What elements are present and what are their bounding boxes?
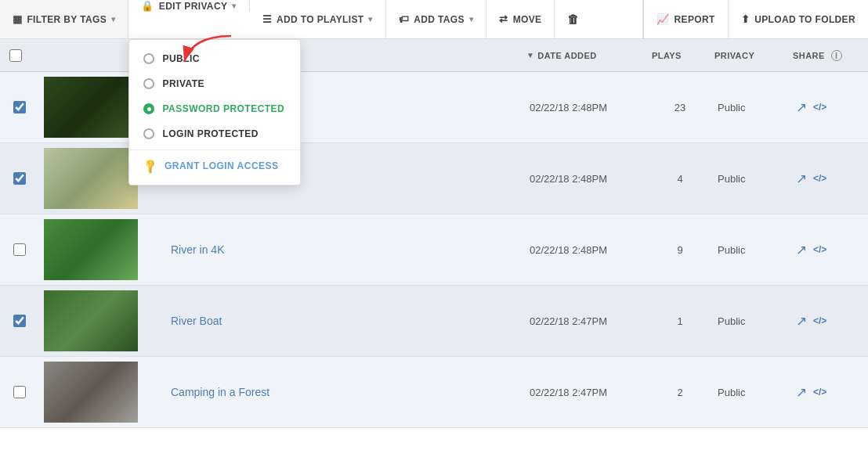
radio-private: [143, 78, 154, 89]
embed-icon[interactable]: </>: [813, 102, 826, 113]
report-button[interactable]: 📈 Report: [643, 0, 729, 38]
date-header-label: Date Added: [537, 51, 596, 60]
add-to-playlist-label: Add to Playlist: [277, 14, 363, 25]
embed-icon[interactable]: </>: [813, 244, 826, 255]
playlist-icon: ☰: [262, 13, 272, 25]
embed-icon[interactable]: </>: [813, 315, 826, 326]
chevron-down-icon: ▾: [232, 2, 236, 10]
filter-by-tags-button[interactable]: ▦ Filter by Tags ▾: [0, 0, 128, 38]
row1-plays-text: 23: [675, 102, 685, 113]
row4-plays-text: 1: [677, 315, 682, 327]
share-icon[interactable]: ↗: [796, 313, 807, 329]
select-all-checkbox[interactable]: [9, 49, 22, 62]
move-button[interactable]: ⇄ Move: [486, 0, 555, 38]
table-row: River in 4K 02/22/18 2:48PM 9 Public ↗ <…: [0, 214, 868, 286]
row4-title: River Boat: [165, 308, 523, 333]
row4-privacy-text: Public: [718, 315, 745, 327]
row5-checkbox[interactable]: [13, 386, 26, 398]
privacy-option-login[interactable]: LOGIN PROTECTED: [129, 121, 300, 146]
share-icon[interactable]: ↗: [796, 99, 807, 116]
row4-date: 02/22/18 2:47PM: [523, 309, 649, 333]
row4-thumb: [39, 286, 165, 356]
row5-title-link[interactable]: Camping in a Forest: [171, 386, 269, 398]
privacy-option-password[interactable]: PASSWORD PROTECTED: [129, 96, 300, 121]
th-share: Share i: [787, 50, 865, 61]
edit-privacy-container: 🔒 Edit Privacy ▾: [128, 0, 249, 38]
row5-date-text: 02/22/18 2:47PM: [530, 387, 607, 398]
embed-icon[interactable]: </>: [813, 173, 826, 184]
privacy-header-label: Privacy: [714, 51, 754, 60]
row3-check: [0, 237, 39, 262]
row4-thumbnail: [44, 290, 138, 351]
add-to-playlist-button[interactable]: ☰ Add to Playlist ▾: [250, 0, 386, 38]
embed-icon[interactable]: </>: [813, 387, 826, 398]
radio-login: [143, 128, 154, 139]
row1-date: 02/22/18 2:48PM: [523, 95, 649, 120]
toolbar-left: ▦ Filter by Tags ▾ 🔒 Edit Privacy ▾: [0, 0, 642, 38]
privacy-password-label: PASSWORD PROTECTED: [162, 103, 284, 114]
th-date: ▼ Date Added: [520, 51, 646, 60]
trash-icon: 🗑: [567, 13, 579, 26]
lock-icon: 🔒: [141, 0, 154, 12]
edit-privacy-dropdown: PUBLIC PRIVATE PASSWORD PROTECTED LOGIN …: [128, 39, 301, 185]
share-icon[interactable]: ↗: [796, 384, 807, 401]
report-label: Report: [675, 14, 715, 25]
row2-plays-text: 4: [677, 173, 682, 185]
row3-thumbnail: [44, 219, 138, 280]
row4-privacy: Public: [711, 309, 790, 333]
upload-label: Upload to Folder: [754, 14, 855, 25]
share-header-label: Share: [793, 51, 825, 60]
edit-privacy-button[interactable]: 🔒 Edit Privacy ▾: [128, 0, 249, 12]
row1-check: [0, 95, 39, 120]
row2-privacy: Public: [711, 167, 790, 191]
row5-plays: 2: [649, 380, 711, 405]
chevron-down-icon: ▾: [469, 15, 473, 23]
row1-checkbox[interactable]: [13, 101, 26, 113]
move-icon: ⇄: [499, 13, 508, 25]
row1-plays: 23: [649, 95, 711, 120]
tag-icon: 🏷: [399, 13, 409, 25]
row3-title-link[interactable]: River in 4K: [171, 243, 224, 256]
add-tags-button[interactable]: 🏷 Add Tags ▾: [386, 0, 486, 38]
sort-arrow-icon: ▼: [526, 51, 534, 59]
row2-check: [0, 166, 39, 191]
row4-date-text: 02/22/18 2:47PM: [530, 315, 607, 327]
row5-privacy: Public: [711, 380, 790, 405]
upload-icon: ⬆: [741, 13, 750, 25]
row3-checkbox[interactable]: [13, 243, 26, 256]
radio-public: [143, 53, 154, 64]
th-check: [3, 49, 42, 62]
share-icon[interactable]: ↗: [796, 242, 807, 258]
privacy-public-label: PUBLIC: [162, 53, 200, 64]
row5-date: 02/22/18 2:47PM: [523, 380, 649, 405]
row4-checkbox[interactable]: [13, 315, 26, 327]
toolbar-right: 📈 Report ⬆ Upload to Folder: [642, 0, 868, 38]
delete-button[interactable]: 🗑: [555, 0, 591, 38]
row1-date-text: 02/22/18 2:48PM: [530, 102, 607, 113]
privacy-option-public[interactable]: PUBLIC: [129, 46, 300, 71]
key-icon: 🔑: [142, 157, 159, 174]
chevron-down-icon: ▾: [368, 15, 372, 23]
row1-privacy-text: Public: [718, 102, 745, 113]
filter-btn-label: Filter by Tags: [27, 14, 107, 25]
row3-plays: 9: [649, 238, 711, 262]
row2-date: 02/22/18 2:48PM: [523, 167, 649, 191]
row5-share: ↗ </>: [790, 378, 868, 407]
row1-thumbnail: [44, 77, 138, 138]
upload-to-folder-button[interactable]: ⬆ Upload to Folder: [729, 0, 868, 38]
row3-plays-text: 9: [677, 244, 682, 256]
radio-password: [143, 103, 154, 114]
row3-privacy: Public: [711, 238, 790, 262]
privacy-option-private[interactable]: PRIVATE: [129, 71, 300, 96]
row2-thumbnail: [44, 148, 138, 209]
share-info-icon: i: [831, 50, 842, 61]
row4-title-link[interactable]: River Boat: [171, 315, 222, 327]
privacy-private-label: PRIVATE: [162, 78, 204, 89]
add-tags-label: Add Tags: [414, 14, 465, 25]
table-row: River Boat 02/22/18 2:47PM 1 Public ↗ </…: [0, 286, 868, 357]
row2-checkbox[interactable]: [13, 172, 26, 185]
grant-login-access-item[interactable]: 🔑 Grant Login Access: [129, 149, 300, 178]
row3-title: River in 4K: [165, 237, 523, 262]
row5-plays-text: 2: [677, 387, 682, 398]
share-icon[interactable]: ↗: [796, 171, 807, 187]
